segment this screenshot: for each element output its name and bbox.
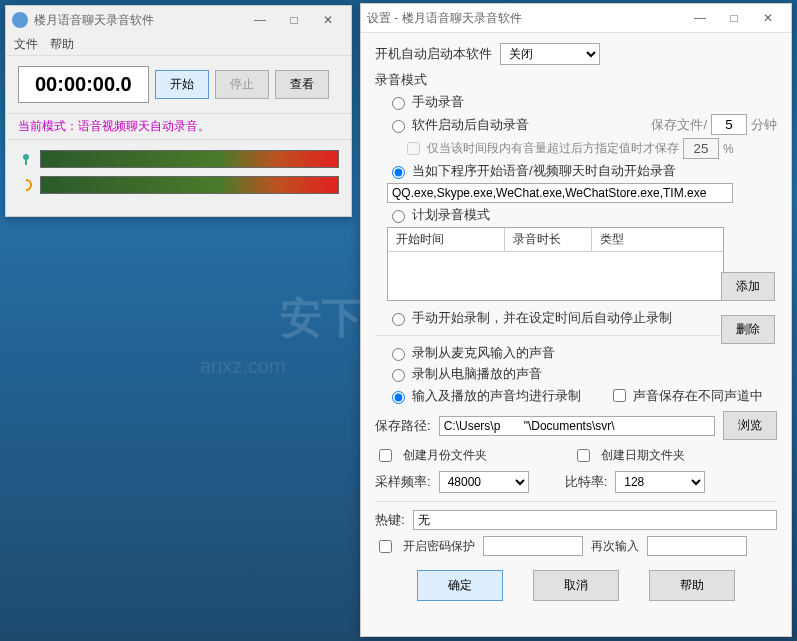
sep-channel-label: 声音保存在不同声道中 bbox=[633, 387, 763, 405]
svg-point-0 bbox=[23, 154, 29, 160]
source-pc-label: 录制从电脑播放的声音 bbox=[412, 365, 542, 383]
maximize-button[interactable]: □ bbox=[277, 8, 311, 32]
radio-manual-label: 手动录音 bbox=[412, 93, 464, 111]
radio-autostop[interactable] bbox=[392, 313, 405, 326]
browse-button[interactable]: 浏览 bbox=[723, 411, 777, 440]
col-duration: 录音时长 bbox=[505, 228, 592, 251]
folder-date-checkbox[interactable] bbox=[577, 449, 590, 462]
radio-autostop-label: 手动开始录制，并在设定时间后自动停止录制 bbox=[412, 309, 672, 327]
start-button[interactable]: 开始 bbox=[155, 70, 209, 99]
save-minutes-input[interactable] bbox=[711, 114, 747, 135]
folder-date-label: 创建日期文件夹 bbox=[601, 447, 685, 464]
radio-process-label: 当如下程序开始语音/视频聊天时自动开始录音 bbox=[412, 162, 676, 180]
hotkey-label: 热键: bbox=[375, 511, 405, 529]
settings-window: 设置 - 楼月语音聊天录音软件 — □ ✕ 开机自动启动本软件 关闭 录音模式 … bbox=[360, 3, 792, 637]
bitrate-label: 比特率: bbox=[565, 473, 608, 491]
speaker-meter bbox=[40, 176, 339, 194]
only-when-checkbox[interactable] bbox=[407, 142, 420, 155]
password-input[interactable] bbox=[483, 536, 583, 556]
menu-file[interactable]: 文件 bbox=[14, 36, 38, 53]
cancel-button[interactable]: 取消 bbox=[533, 570, 619, 601]
radio-manual[interactable] bbox=[392, 97, 405, 110]
password-checkbox[interactable] bbox=[379, 540, 392, 553]
settings-titlebar: 设置 - 楼月语音聊天录音软件 — □ ✕ bbox=[361, 4, 791, 33]
radio-autostart-label: 软件启动后自动录音 bbox=[412, 116, 529, 134]
radio-autostart[interactable] bbox=[392, 120, 405, 133]
save-file-label: 保存文件/ bbox=[651, 116, 707, 134]
pct-label: % bbox=[723, 142, 734, 156]
password-again-input[interactable] bbox=[647, 536, 747, 556]
schedule-list[interactable]: 开始时间 录音时长 类型 bbox=[387, 227, 724, 301]
autostart-label: 开机自动启动本软件 bbox=[375, 45, 492, 63]
window-title: 楼月语音聊天录音软件 bbox=[34, 12, 243, 29]
autostart-select[interactable]: 关闭 bbox=[500, 43, 600, 65]
titlebar: 楼月语音聊天录音软件 — □ ✕ bbox=[6, 6, 351, 34]
save-path-input[interactable] bbox=[439, 416, 715, 436]
password-label: 开启密码保护 bbox=[403, 538, 475, 555]
col-start: 开始时间 bbox=[388, 228, 505, 251]
save-path-label: 保存路径: bbox=[375, 417, 431, 435]
stop-button: 停止 bbox=[215, 70, 269, 99]
maximize-button[interactable]: □ bbox=[717, 6, 751, 30]
minimize-button[interactable]: — bbox=[243, 8, 277, 32]
watermark-url: anxz.com bbox=[200, 355, 286, 378]
minimize-button[interactable]: — bbox=[683, 6, 717, 30]
bitrate-select[interactable]: 128 bbox=[615, 471, 705, 493]
hotkey-input[interactable] bbox=[413, 510, 777, 530]
radio-source-mic[interactable] bbox=[392, 348, 405, 361]
menubar: 文件 帮助 bbox=[6, 34, 351, 56]
add-button[interactable]: 添加 bbox=[721, 272, 775, 301]
radio-schedule[interactable] bbox=[392, 210, 405, 223]
process-list-input[interactable] bbox=[387, 183, 733, 203]
source-both-label: 输入及播放的声音均进行录制 bbox=[412, 387, 581, 405]
ok-button[interactable]: 确定 bbox=[417, 570, 503, 601]
source-mic-label: 录制从麦克风输入的声音 bbox=[412, 344, 555, 362]
radio-schedule-label: 计划录音模式 bbox=[412, 206, 490, 224]
radio-source-both[interactable] bbox=[392, 391, 405, 404]
only-when-pct-input bbox=[683, 138, 719, 159]
main-window: 楼月语音聊天录音软件 — □ ✕ 文件 帮助 00:00:00.0 开始 停止 … bbox=[5, 5, 352, 217]
sample-rate-label: 采样频率: bbox=[375, 473, 431, 491]
password-again-label: 再次输入 bbox=[591, 538, 639, 555]
settings-title: 设置 - 楼月语音聊天录音软件 bbox=[367, 10, 683, 27]
radio-source-pc[interactable] bbox=[392, 369, 405, 382]
timer-display: 00:00:00.0 bbox=[18, 66, 149, 103]
folder-month-label: 创建月份文件夹 bbox=[403, 447, 487, 464]
delete-button[interactable]: 删除 bbox=[721, 315, 775, 344]
help-button[interactable]: 帮助 bbox=[649, 570, 735, 601]
menu-help[interactable]: 帮助 bbox=[50, 36, 74, 53]
sample-rate-select[interactable]: 48000 bbox=[439, 471, 529, 493]
sep-channel-checkbox[interactable] bbox=[613, 389, 626, 402]
radio-process[interactable] bbox=[392, 166, 405, 179]
view-button[interactable]: 查看 bbox=[275, 70, 329, 99]
folder-month-checkbox[interactable] bbox=[379, 449, 392, 462]
only-when-label: 仅当该时间段内有音量超过后方指定值时才保存 bbox=[427, 140, 679, 157]
close-button[interactable]: ✕ bbox=[751, 6, 785, 30]
col-type: 类型 bbox=[592, 228, 723, 251]
mode-label: 当前模式：语音视频聊天自动录音。 bbox=[6, 113, 351, 140]
mic-meter bbox=[40, 150, 339, 168]
svg-rect-1 bbox=[25, 160, 27, 165]
app-icon bbox=[12, 12, 28, 28]
mic-icon bbox=[18, 151, 34, 167]
minutes-label: 分钟 bbox=[751, 116, 777, 134]
speaker-icon bbox=[18, 177, 34, 193]
close-button[interactable]: ✕ bbox=[311, 8, 345, 32]
rec-mode-title: 录音模式 bbox=[375, 71, 777, 89]
